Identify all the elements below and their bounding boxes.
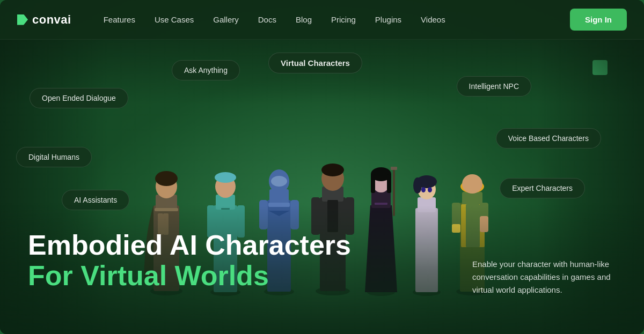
tag-ask-anything[interactable]: Ask Anything — [172, 60, 240, 80]
nav-use-cases[interactable]: Use Cases — [155, 15, 194, 24]
headline-line1: Embodied AI Characters — [28, 230, 351, 261]
svg-rect-38 — [375, 203, 387, 205]
svg-rect-37 — [387, 174, 391, 193]
page-wrapper: convai Features Use Cases Gallery Docs B… — [0, 0, 644, 334]
svg-point-20 — [271, 176, 287, 187]
nav-gallery[interactable]: Gallery — [213, 15, 239, 24]
hero-description: Enable your character with human-like co… — [472, 258, 612, 296]
tag-virtual-characters[interactable]: Virtual Characters — [268, 53, 362, 73]
svg-rect-36 — [371, 174, 375, 193]
hero-headline: Embodied AI Characters For Virtual World… — [28, 230, 351, 291]
sign-in-button[interactable]: Sign In — [570, 9, 627, 31]
svg-point-47 — [421, 187, 426, 192]
convai-logo-icon — [17, 14, 28, 25]
nav-plugins[interactable]: Plugins — [375, 15, 401, 24]
nav-docs[interactable]: Docs — [258, 15, 276, 24]
nav-videos[interactable]: Videos — [421, 15, 445, 24]
tag-expert-characters[interactable]: Expert Characters — [500, 178, 585, 198]
headline-line2: For Virtual Worlds — [28, 261, 351, 291]
brand-name: convai — [32, 13, 71, 27]
nav-pricing[interactable]: Pricing — [331, 15, 356, 24]
tag-digital-humans[interactable]: Digital Humans — [16, 147, 92, 167]
nav-features[interactable]: Features — [104, 15, 135, 24]
nav-blog[interactable]: Blog — [296, 15, 312, 24]
svg-point-12 — [215, 172, 236, 183]
svg-point-55 — [462, 174, 482, 194]
tag-open-ended-dialogue[interactable]: Open Ended Dialogue — [30, 88, 128, 108]
svg-point-46 — [413, 177, 422, 194]
nav-links: Features Use Cases Gallery Docs Blog Pri… — [104, 15, 570, 24]
logo[interactable]: convai — [17, 13, 71, 27]
svg-rect-40 — [391, 167, 397, 170]
svg-point-48 — [428, 187, 432, 192]
svg-point-4 — [155, 171, 178, 186]
hero-section: Ask Anything Virtual Characters Intellig… — [0, 40, 644, 334]
svg-point-28 — [321, 164, 344, 176]
navbar: convai Features Use Cases Gallery Docs B… — [0, 0, 644, 40]
tag-voice-based-characters[interactable]: Voice Based Characters — [496, 128, 601, 149]
